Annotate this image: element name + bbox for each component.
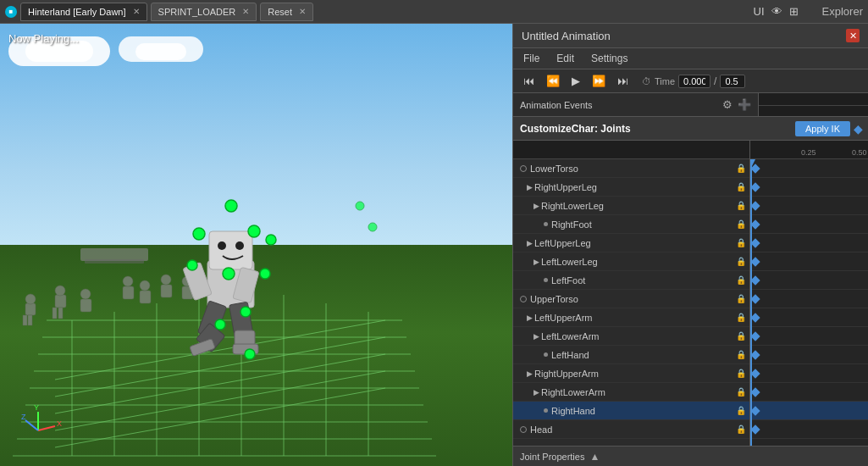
kf-row-right-upper-leg[interactable] xyxy=(750,178,868,197)
ui-label[interactable]: UI xyxy=(754,5,765,18)
kf-row-upper-torso[interactable] xyxy=(750,290,868,308)
lock-icon: 🔒 xyxy=(736,313,746,322)
collapse-icon[interactable]: ▶ xyxy=(534,388,539,397)
keyframe-diamond[interactable] xyxy=(750,406,760,415)
keyframe-tracks[interactable]: 0.25 0.50 xyxy=(750,141,868,446)
svg-rect-24 xyxy=(23,315,27,325)
joint-row-selected[interactable]: RightHand 🔒 xyxy=(513,402,749,420)
transport-play[interactable]: ▶ xyxy=(568,73,583,89)
collapse-icon[interactable]: ▶ xyxy=(527,369,533,378)
kf-row-right-upper-arm[interactable] xyxy=(750,364,868,383)
keyframe-diamond[interactable] xyxy=(750,294,760,303)
tab-reset-close[interactable]: ✕ xyxy=(299,7,306,16)
settings-icon[interactable]: ⚙ xyxy=(722,98,733,111)
transport-skip-forward[interactable]: ⏭ xyxy=(614,73,632,89)
keyframe-diamond[interactable] xyxy=(750,331,760,341)
keyframe-diamond[interactable] xyxy=(750,257,760,266)
kf-row-right-hand[interactable] xyxy=(750,402,868,420)
time-separator: / xyxy=(714,75,716,87)
collapse-icon[interactable]: ▶ xyxy=(527,239,533,247)
joint-name: LeftUpperLeg xyxy=(534,238,736,248)
kf-row-left-foot[interactable] xyxy=(750,271,868,290)
kf-row-right-lower-leg[interactable] xyxy=(750,197,868,215)
joint-row[interactable]: ▶ RightUpperArm 🔒 xyxy=(513,364,749,383)
keyframe-diamond[interactable] xyxy=(750,219,760,229)
menu-file[interactable]: File xyxy=(520,51,543,66)
kf-row-left-lower-leg[interactable] xyxy=(750,252,868,271)
menu-edit[interactable]: Edit xyxy=(553,51,578,66)
transport-back[interactable]: ⏪ xyxy=(543,73,563,89)
collapse-icon[interactable]: ▶ xyxy=(527,183,533,191)
lock-icon: 🔒 xyxy=(736,424,746,434)
eye-icon[interactable]: 👁 xyxy=(771,5,782,18)
explorer-label[interactable]: Explorer xyxy=(822,5,863,18)
collapse-icon[interactable]: ▶ xyxy=(534,202,539,210)
transport-bar: ⏮ ⏪ ▶ ⏩ ⏭ ⏱ Time / xyxy=(513,69,868,93)
joint-row[interactable]: LeftFoot 🔒 xyxy=(513,271,749,290)
kf-row-right-lower-arm[interactable] xyxy=(750,383,868,402)
grid-icon[interactable]: ⊞ xyxy=(789,5,799,18)
header-icons: ⚙ ➕ xyxy=(722,98,758,111)
panel-close-button[interactable]: ✕ xyxy=(846,29,860,42)
svg-point-59 xyxy=(215,319,225,330)
tab-sprint-loader[interactable]: SPRINT_LOADER ✕ xyxy=(151,3,257,21)
transport-forward[interactable]: ⏩ xyxy=(589,73,609,89)
ruler-050: 0.50 xyxy=(852,148,867,157)
svg-point-43 xyxy=(235,241,244,250)
tab-sprint-loader-close[interactable]: ✕ xyxy=(242,7,249,16)
track-header: CustomizeChar: Joints Apply IK ◆ xyxy=(513,117,868,141)
menu-settings[interactable]: Settings xyxy=(588,51,631,66)
joint-row[interactable]: ▶ RightUpperLeg 🔒 xyxy=(513,178,749,197)
tab-hinterland-close[interactable]: ✕ xyxy=(133,7,140,16)
keyframe-diamond[interactable] xyxy=(750,275,760,285)
chevron-up-icon[interactable]: ▲ xyxy=(589,451,600,463)
kf-row-left-upper-leg[interactable] xyxy=(750,234,868,252)
kf-row-left-upper-arm[interactable] xyxy=(750,308,868,327)
joint-row[interactable]: ▶ LeftUpperLeg 🔒 xyxy=(513,234,749,252)
kf-row-left-hand[interactable] xyxy=(750,346,868,364)
keyframe-diamond[interactable] xyxy=(750,350,760,359)
joint-row[interactable]: RightFoot 🔒 xyxy=(513,215,749,234)
keyframe-diamond[interactable] xyxy=(750,387,760,397)
tab-reset[interactable]: Reset ✕ xyxy=(260,3,313,21)
svg-line-3 xyxy=(55,371,385,430)
time-value-input[interactable] xyxy=(678,75,710,88)
joint-row[interactable]: ▶ LeftUpperArm 🔒 xyxy=(513,308,749,327)
svg-rect-28 xyxy=(53,308,57,319)
time-end-input[interactable] xyxy=(720,75,745,88)
svg-rect-30 xyxy=(80,299,91,312)
joint-row[interactable]: ▶ LeftLowerLeg 🔒 xyxy=(513,252,749,271)
playhead[interactable] xyxy=(750,159,752,446)
joint-row[interactable]: LeftHand 🔒 xyxy=(513,346,749,364)
kf-row-head[interactable] xyxy=(750,420,868,439)
lock-icon: 🔒 xyxy=(736,294,746,303)
collapse-icon[interactable]: ▶ xyxy=(527,313,533,322)
joint-row[interactable]: Head 🔒 xyxy=(513,420,749,439)
joint-row[interactable]: ▶ RightLowerLeg 🔒 xyxy=(513,197,749,215)
keyframe-diamond[interactable] xyxy=(750,313,760,322)
joint-row[interactable]: LowerTorso 🔒 xyxy=(513,159,749,178)
kf-row-right-foot[interactable] xyxy=(750,215,868,234)
keyframe-diamond[interactable] xyxy=(750,238,760,247)
keyframe-diamond[interactable] xyxy=(750,201,760,210)
joint-dot-icon xyxy=(544,352,548,357)
kf-row-left-lower-arm[interactable] xyxy=(750,327,868,346)
tab-hinterland[interactable]: Hinterland [Early Dawn] ✕ xyxy=(20,3,147,21)
kf-row-lower-torso[interactable] xyxy=(750,159,868,178)
svg-rect-34 xyxy=(140,291,151,303)
collapse-icon[interactable]: ▶ xyxy=(534,332,539,341)
transport-skip-back[interactable]: ⏮ xyxy=(520,73,538,89)
joint-row[interactable]: ▶ RightLowerArm 🔒 xyxy=(513,383,749,402)
tab-sprint-loader-label: SPRINT_LOADER xyxy=(158,7,236,17)
collapse-icon[interactable]: ▶ xyxy=(534,258,539,266)
joint-row[interactable]: ▶ LeftLowerArm 🔒 xyxy=(513,327,749,346)
keyframe-diamond[interactable] xyxy=(750,182,760,191)
add-event-icon[interactable]: ➕ xyxy=(738,98,751,111)
apply-ik-button[interactable]: Apply IK xyxy=(795,121,850,136)
keyframe-diamond[interactable] xyxy=(750,424,760,434)
svg-rect-22 xyxy=(25,303,36,315)
joint-row[interactable]: UpperTorso 🔒 xyxy=(513,290,749,308)
keyframe-diamond[interactable] xyxy=(750,369,760,378)
viewport[interactable]: Now Playing... xyxy=(0,24,512,466)
svg-point-52 xyxy=(225,200,237,212)
